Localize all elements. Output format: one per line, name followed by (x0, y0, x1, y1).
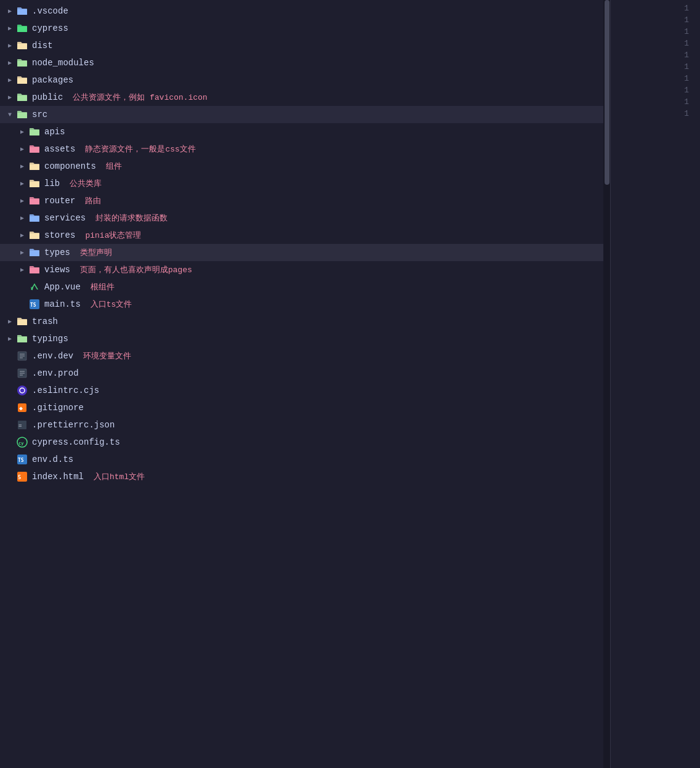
tree-item-trash[interactable]: trash (0, 313, 603, 330)
tree-item-eslintrc[interactable]: .eslintrc.cjs (0, 382, 603, 399)
item-comment-stores: pinia状态管理 (85, 230, 141, 241)
svg-text:◆: ◆ (19, 405, 23, 411)
chevron-services[interactable] (17, 213, 27, 223)
item-name-env-dev: .env.dev (32, 351, 73, 361)
chevron-node_modules[interactable] (5, 58, 15, 68)
icon-node_modules (16, 57, 28, 69)
line-number: 1 (611, 61, 695, 73)
chevron-cypress[interactable] (5, 23, 15, 33)
item-name-stores: stores (44, 230, 75, 240)
item-name-env-prod: .env.prod (32, 368, 79, 378)
item-name-typings: typings (32, 334, 68, 344)
item-name-gitignore: .gitignore (32, 403, 84, 413)
tree-item-env-d-ts[interactable]: TS env.d.ts (0, 451, 603, 468)
tree-item-main-ts[interactable]: TS main.ts入口ts文件 (0, 296, 603, 313)
scrollbar[interactable] (603, 0, 611, 768)
chevron-vscode[interactable] (5, 6, 15, 16)
line-number: 1 (611, 38, 695, 49)
item-comment-router: 路由 (85, 195, 101, 206)
chevron-src[interactable] (5, 110, 15, 119)
svg-text:TS: TS (30, 302, 36, 308)
svg-point-13 (17, 386, 27, 395)
svg-text:5: 5 (18, 474, 21, 480)
chevron-views[interactable] (17, 265, 27, 275)
icon-stores (28, 229, 41, 241)
chevron-typings[interactable] (5, 334, 15, 344)
icon-cypress-config: cy (16, 436, 28, 448)
chevron-public[interactable] (5, 92, 15, 102)
chevron-assets[interactable] (17, 144, 27, 154)
tree-item-assets[interactable]: assets静态资源文件，一般是css文件 (0, 140, 603, 158)
tree-item-index-html[interactable]: 5 index.html入口html文件 (0, 468, 603, 485)
tree-item-gitignore[interactable]: ◆ .gitignore (0, 399, 603, 416)
line-number: 1 (611, 49, 695, 61)
chevron-trash[interactable] (5, 317, 15, 326)
icon-typings (16, 333, 28, 345)
line-number: 1 (611, 26, 695, 38)
icon-gitignore: ◆ (16, 402, 28, 414)
tree-item-cypress-config[interactable]: cy cypress.config.ts (0, 434, 603, 451)
tree-item-views[interactable]: views页面，有人也喜欢声明成pages (0, 261, 603, 278)
item-name-index-html: index.html (32, 472, 84, 482)
tree-item-public[interactable]: public公共资源文件，例如 favicon.icon (0, 89, 603, 106)
tree-item-node_modules[interactable]: node_modules (0, 54, 603, 71)
tree-item-app-vue[interactable]: V App.vue根组件 (0, 278, 603, 296)
tree-item-components[interactable]: components组件 (0, 158, 603, 175)
item-comment-views: 页面，有人也喜欢声明成pages (80, 264, 192, 275)
tree-item-typings[interactable]: typings (0, 330, 603, 347)
scrollbar-thumb[interactable] (605, 0, 609, 185)
chevron-router[interactable] (17, 196, 27, 206)
tree-item-services[interactable]: services封装的请求数据函数 (0, 209, 603, 227)
tree-item-prettierrc[interactable]: ≡ .prettierrc.json (0, 416, 603, 434)
tree-item-dist[interactable]: dist (0, 37, 603, 54)
line-number: 1 (611, 73, 695, 84)
icon-index-html: 5 (16, 471, 28, 483)
icon-eslintrc (16, 384, 28, 397)
item-comment-components: 组件 (106, 161, 122, 172)
icon-src (16, 108, 28, 121)
tree-item-vscode[interactable]: .vscode (0, 2, 603, 20)
item-comment-services: 封装的请求数据函数 (95, 212, 167, 224)
item-name-cypress-config: cypress.config.ts (32, 437, 120, 447)
item-name-packages: packages (32, 75, 73, 85)
chevron-stores[interactable] (17, 230, 27, 240)
item-comment-main-ts: 入口ts文件 (91, 299, 132, 310)
tree-item-router[interactable]: router路由 (0, 192, 603, 209)
item-name-assets: assets (44, 144, 75, 154)
item-name-router: router (44, 196, 75, 206)
item-name-cypress: cypress (32, 23, 68, 33)
item-name-src: src (32, 110, 47, 119)
item-name-dist: dist (32, 41, 53, 51)
tree-item-stores[interactable]: storespinia状态管理 (0, 227, 603, 244)
icon-packages (16, 74, 28, 86)
icon-views (28, 264, 41, 276)
icon-public (16, 91, 28, 103)
tree-item-cypress[interactable]: cypress (0, 20, 603, 37)
icon-prettierrc: ≡ (16, 419, 28, 431)
tree-item-types[interactable]: types类型声明 (0, 244, 603, 261)
item-name-main-ts: main.ts (44, 299, 81, 309)
svg-text:TS: TS (18, 458, 24, 463)
tree-item-lib[interactable]: lib公共类库 (0, 175, 603, 192)
icon-vscode (16, 5, 28, 17)
tree-item-env-prod[interactable]: .env.prod (0, 365, 603, 382)
chevron-apis[interactable] (17, 127, 27, 137)
item-comment-lib: 公共类库 (70, 178, 102, 189)
icon-env-dev (16, 350, 28, 362)
line-number: 1 (611, 2, 695, 14)
tree-item-apis[interactable]: apis (0, 123, 603, 140)
chevron-lib[interactable] (17, 179, 27, 188)
icon-router (28, 195, 41, 207)
tree-item-env-dev[interactable]: .env.dev环境变量文件 (0, 347, 603, 365)
item-comment-public: 公共资源文件，例如 favicon.icon (73, 92, 207, 103)
icon-env-prod (16, 367, 28, 379)
chevron-types[interactable] (17, 248, 27, 257)
chevron-components[interactable] (17, 161, 27, 171)
item-name-env-d-ts: env.d.ts (32, 455, 73, 464)
tree-item-src[interactable]: src (0, 106, 603, 123)
chevron-dist[interactable] (5, 41, 15, 51)
item-name-app-vue: App.vue (44, 282, 81, 292)
chevron-packages[interactable] (5, 75, 15, 85)
tree-item-packages[interactable]: packages (0, 71, 603, 89)
item-name-eslintrc: .eslintrc.cjs (32, 386, 99, 395)
